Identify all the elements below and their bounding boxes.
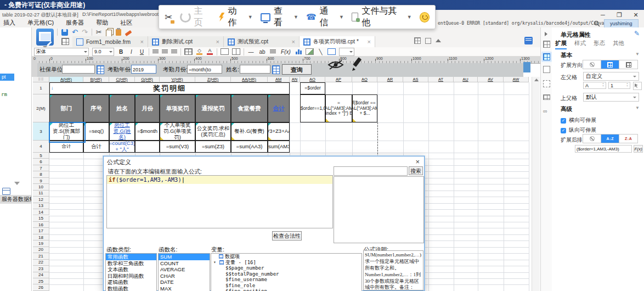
expand-none-button[interactable] bbox=[583, 60, 601, 69]
sort-ascending-button[interactable]: A↓Z bbox=[601, 135, 619, 143]
fill-color-icon[interactable]: ◇ bbox=[196, 48, 203, 55]
font-family-select[interactable]: 宋体 bbox=[34, 48, 89, 56]
row-header-21[interactable]: 21 bbox=[33, 253, 49, 259]
hide-widgets-eye-icon[interactable] bbox=[327, 59, 344, 70]
row-header-3[interactable]: 3 bbox=[33, 122, 49, 141]
username-badge[interactable]: yushiming bbox=[604, 19, 639, 28]
document-tab-1[interactable]: 删除测试.cpt× bbox=[148, 36, 224, 47]
paste-icon[interactable] bbox=[116, 29, 121, 36]
font-size-select[interactable]: 9.0 bbox=[92, 48, 114, 56]
function-search-input[interactable] bbox=[334, 166, 408, 176]
new-template-grid-icon[interactable] bbox=[61, 38, 69, 45]
param-input-social[interactable] bbox=[62, 65, 95, 74]
sheet-corner[interactable]: ⠿⠿ bbox=[33, 77, 49, 82]
cell-row4-3[interactable] bbox=[135, 141, 160, 153]
cell-row3-6[interactable]: 餐补.G(餐费) bbox=[231, 122, 268, 141]
column-header-AU[interactable]: AU bbox=[454, 77, 478, 82]
check-validity-button[interactable]: 检查合法性 bbox=[272, 231, 302, 240]
collapse-arrow-icon[interactable] bbox=[14, 182, 20, 185]
cell-row4-1[interactable]: 合计 bbox=[83, 141, 109, 153]
menu-item-3[interactable]: 帮助 bbox=[96, 19, 108, 27]
tab-close-icon[interactable]: × bbox=[216, 38, 219, 45]
row-header-14[interactable]: 14 bbox=[33, 209, 49, 215]
format-painter-icon[interactable] bbox=[125, 30, 132, 36]
maximize-button[interactable]: ❐ bbox=[613, 12, 625, 19]
menu-item-0[interactable]: 插入 bbox=[3, 19, 15, 27]
row-header-10[interactable]: 10 bbox=[33, 184, 49, 190]
sort-none-button[interactable] bbox=[583, 135, 601, 143]
document-tab-2[interactable]: 测试预览.cpt× bbox=[224, 36, 300, 47]
column-header-AM[interactable]: AM bbox=[268, 77, 290, 82]
panel-expand-icon[interactable] bbox=[545, 32, 547, 36]
formula-insert-icon[interactable]: F(x) bbox=[279, 49, 292, 55]
row-header-22[interactable]: 22 bbox=[33, 260, 49, 266]
cell-header-2[interactable]: 姓名 bbox=[109, 94, 135, 122]
param-widget-icon-2[interactable] bbox=[272, 65, 280, 74]
cell-ao1[interactable]: =$order bbox=[300, 82, 325, 94]
variable-item-1[interactable]: $$totalPage_number bbox=[211, 271, 361, 277]
row-header-18[interactable]: 18 bbox=[33, 234, 49, 240]
row-header-8[interactable]: 8 bbox=[33, 171, 49, 177]
function-name-1[interactable]: COUNT bbox=[159, 260, 210, 267]
overlay-view-menu[interactable]: 查看▼ bbox=[261, 5, 298, 29]
row-header-6[interactable]: 6 bbox=[33, 159, 49, 165]
merge-cells-icon[interactable] bbox=[221, 48, 229, 55]
widget-settings-icon[interactable] bbox=[543, 66, 550, 73]
column-header-B(HR)[interactable]: B(HR) bbox=[83, 77, 109, 82]
italic-button[interactable]: I bbox=[128, 49, 135, 55]
cell-row3-7[interactable]: =V3+Z3+AA3 bbox=[268, 122, 290, 141]
cell-properties-icon[interactable] bbox=[541, 52, 552, 62]
variable-item-3[interactable]: $fine_role bbox=[211, 283, 361, 289]
row-header-25[interactable]: 25 bbox=[33, 278, 49, 284]
param-input-name[interactable] bbox=[240, 65, 270, 74]
cell-header-4[interactable]: 单项奖罚 bbox=[160, 94, 195, 122]
row-header-5[interactable]: 5 bbox=[33, 153, 49, 159]
cell-row3-5[interactable]: 公文奖罚.求和(奖罚汇总) bbox=[195, 122, 231, 141]
dialog-close-icon[interactable]: × bbox=[415, 158, 420, 166]
left-parent-column-spinner[interactable]: A bbox=[583, 82, 606, 89]
text-widget-icon[interactable]: ab bbox=[258, 49, 267, 55]
cell-report-title[interactable]: 奖罚明细 bbox=[49, 82, 290, 94]
overlay-home-button[interactable]: 主页 bbox=[180, 5, 211, 29]
condition-attributes-icon[interactable] bbox=[543, 80, 550, 87]
float-elements-icon[interactable] bbox=[543, 94, 550, 100]
chart-insert-icon[interactable] bbox=[296, 49, 302, 54]
column-header-AS[interactable]: AS bbox=[403, 77, 428, 82]
underline-button[interactable]: U bbox=[138, 49, 145, 55]
section-basic-collapse-icon[interactable]: ▼ bbox=[635, 52, 640, 57]
cell-row4-7[interactable]: =sum(AM3) bbox=[268, 141, 290, 153]
row-header-4[interactable]: 4 bbox=[33, 141, 49, 153]
function-name-5[interactable]: MAX bbox=[159, 286, 210, 291]
function-type-list[interactable]: 常用函数数学和三角函数文本函数日期和时间函数逻辑函数数组函数报表函数 bbox=[105, 253, 157, 291]
expand-horizontal-button[interactable] bbox=[619, 60, 637, 69]
param-input-year[interactable]: 2019 bbox=[131, 65, 156, 74]
menu-item-1[interactable]: 单元格(C) bbox=[27, 19, 54, 27]
cell-row3-2[interactable]: 岗位工资.G(姓名) bbox=[109, 122, 135, 141]
document-tab-0[interactable]: Form1_mobile.frm× bbox=[72, 36, 148, 47]
column-header-C(HR)[interactable]: C(HR) bbox=[109, 77, 135, 82]
row-header-23[interactable]: 23 bbox=[33, 266, 49, 272]
edit-icon[interactable]: ✎ bbox=[634, 30, 640, 37]
save-icon[interactable] bbox=[61, 29, 68, 36]
variable-group[interactable]: ▾变量 - [16] bbox=[211, 260, 361, 266]
tab-style[interactable]: 样式 bbox=[574, 40, 586, 49]
slash-insert-icon[interactable]: ╲ bbox=[317, 49, 324, 55]
variable-item-0[interactable]: $$page_number bbox=[211, 265, 361, 271]
variable-data-item[interactable]: 数据项 bbox=[211, 254, 361, 260]
search-icon[interactable] bbox=[594, 20, 600, 27]
overlay-files-menu[interactable]: 文件与其他▼ bbox=[352, 5, 412, 29]
border-icon[interactable] bbox=[184, 48, 193, 55]
sort-descending-button[interactable]: Z↓A bbox=[619, 135, 637, 143]
row-header-13[interactable]: 13 bbox=[33, 203, 49, 209]
font-color-icon[interactable]: A bbox=[206, 48, 213, 55]
expand-window-icon[interactable] bbox=[425, 38, 431, 44]
search-button[interactable]: 搜索 bbox=[409, 166, 423, 175]
variable-item-4[interactable]: $fine_position bbox=[211, 288, 361, 291]
function-type-4[interactable]: 逻辑函数 bbox=[106, 279, 156, 286]
column-header-AV[interactable]: AV bbox=[478, 77, 504, 82]
top-parent-select[interactable]: 默认 bbox=[583, 93, 639, 102]
row-header-24[interactable]: 24 bbox=[33, 272, 49, 278]
cell-row3-4[interactable]: 个人单项奖罚.G(单项奖罚) bbox=[160, 122, 195, 141]
column-header-AO[interactable]: AO bbox=[300, 77, 325, 82]
align-right-icon[interactable] bbox=[171, 49, 177, 54]
